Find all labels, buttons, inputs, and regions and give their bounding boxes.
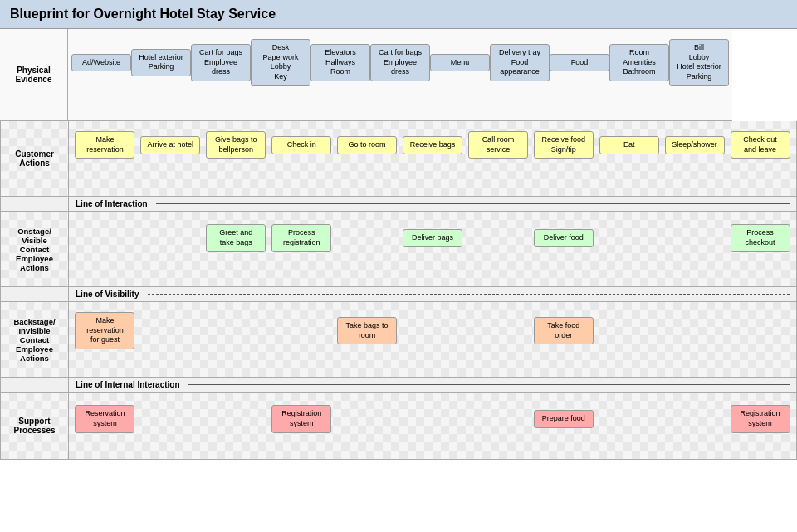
card-reservation-system: Reservationsystem [75,405,134,432]
card-receive-food: Receive foodSign/tip [534,131,594,159]
card-registration-system-2: Registrationsystem [731,405,790,432]
card-registration-system-1: Registrationsystem [271,405,331,432]
card-deliver-food: Deliver food [534,229,594,247]
card-room-amenities: RoomAmenitiesBathroom [609,44,669,81]
card-eat: Eat [599,136,659,154]
line-visibility-label: Line of Visibility [76,290,139,299]
card-ad-website: Ad/Website [71,54,131,72]
card-go-to-room: Go to room [337,136,397,154]
card-make-reservation: Makereservation [75,131,134,159]
line-interaction-label: Line of Interaction [76,199,148,208]
card-food-1: Food [550,54,609,72]
card-greet-bags: Greet andtake bags [206,224,266,251]
label-physical-evidence: PhysicalEvidence [0,29,68,120]
card-deliver-bags: Deliver bags [403,229,462,247]
card-sleep-shower: Sleep/shower [665,136,725,154]
card-receive-bags: Receive bags [403,136,462,154]
label-support: SupportProcesses [1,393,69,459]
card-menu: Menu [430,54,490,72]
card-delivery-tray: Delivery trayFoodappearance [490,44,550,81]
card-prepare-food: Prepare food [534,410,594,428]
card-hotel-exterior-1: Hotel exteriorParking [131,49,191,76]
card-give-bags: Give bags tobellperson [206,131,266,159]
line-internal-label: Line of Internal Interaction [76,380,180,389]
card-check-in: Check in [271,136,331,154]
card-make-reservation-guest: Makereservationfor guest [75,312,134,349]
page-title: Blueprint for Overnight Hotel Stay Servi… [0,0,797,29]
card-cart-bags-1: Cart for bagsEmployeedress [191,44,251,81]
label-onstage: Onstage/VisibleContactEmployeeActions [1,212,69,286]
card-desk: DeskPaperworkLobbyKey [251,39,310,86]
card-arrive-hotel: Arrive at hotel [140,136,200,154]
physical-evidence-cards: Ad/Website Hotel exteriorParking Cart fo… [68,29,732,120]
card-check-out: Check outand leave [731,131,790,159]
card-bill-lobby: BillLobbyHotel exteriorParking [669,39,729,86]
card-take-food-order: Take foodorder [534,317,594,344]
label-customer-actions: CustomerActions [1,121,69,196]
card-elevators: ElevatorsHallwaysRoom [310,44,370,81]
card-call-room-service: Call roomservice [468,131,528,159]
card-process-checkout: Processcheckout [731,224,790,251]
label-backstage: Backstage/InvisibleContactEmployeeAction… [1,302,69,377]
card-take-bags-room: Take bags toroom [337,317,397,344]
card-process-registration: Processregistration [271,224,331,251]
card-cart-bags-2: Cart for bagsEmployeedress [370,44,430,81]
